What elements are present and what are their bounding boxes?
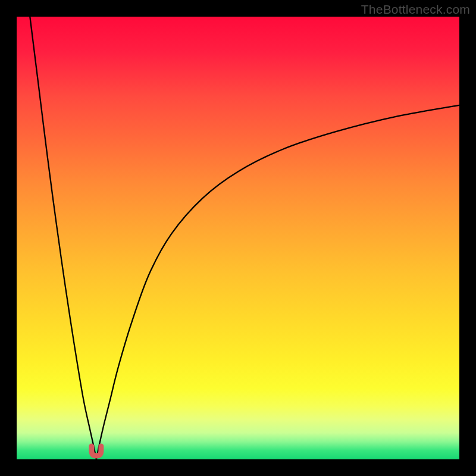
optimal-marker [92,446,101,456]
curve-layer [17,17,459,459]
optimal-u-marker [92,446,101,456]
watermark-text: TheBottleneck.com [361,2,470,17]
plot-area [17,17,459,459]
series-left-branch [30,17,96,459]
series-right-branch [96,105,459,459]
outer-frame: TheBottleneck.com [0,0,476,476]
bottleneck-curve [30,17,459,459]
